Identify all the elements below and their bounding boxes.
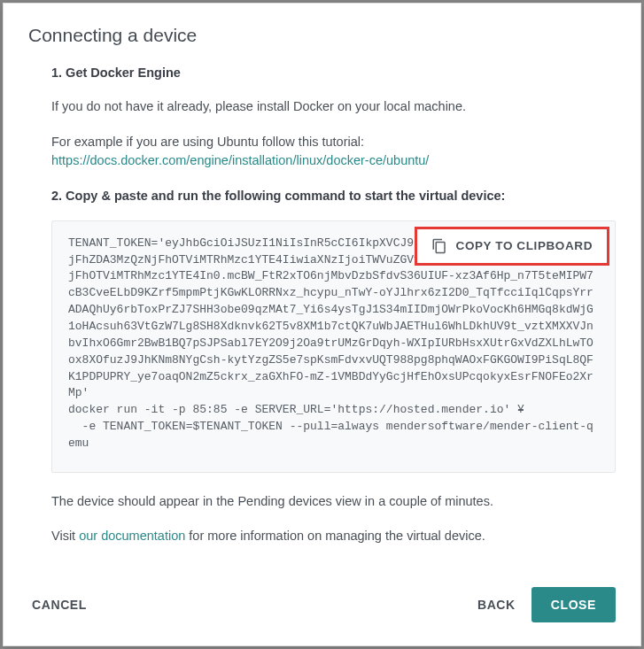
visit-pre: Visit <box>51 529 79 543</box>
cancel-button[interactable]: CANCEL <box>28 589 90 621</box>
docker-docs-link[interactable]: https://docs.docker.com/engine/installat… <box>51 153 429 167</box>
command-code-block[interactable]: TENANT_TOKEN='eyJhbGciOiJSUzI1NiIsInR5cC… <box>68 236 599 452</box>
code-container: COPY TO CLIPBOARD TENANT_TOKEN='eyJhbGci… <box>51 220 616 473</box>
copy-button-label: COPY TO CLIPBOARD <box>456 239 593 252</box>
modal-title: Connecting a device <box>28 25 616 46</box>
connecting-device-modal: Connecting a device 1. Get Docker Engine… <box>3 3 641 646</box>
back-button[interactable]: BACK <box>474 589 519 621</box>
step-1-title: 1. Get Docker Engine <box>51 64 616 83</box>
copy-to-clipboard-button[interactable]: COPY TO CLIPBOARD <box>415 227 609 266</box>
modal-body: 1. Get Docker Engine If you do not have … <box>4 64 640 569</box>
copy-icon <box>431 238 447 254</box>
pending-devices-note: The device should appear in the Pending … <box>51 492 616 512</box>
step-2-title: 2. Copy & paste and run the following co… <box>51 187 616 206</box>
visit-docs-para: Visit our documentation for more informa… <box>51 527 616 546</box>
step-1-intro: If you do not have it already, please in… <box>51 97 616 117</box>
documentation-link[interactable]: our documentation <box>79 529 185 543</box>
modal-footer: CANCEL BACK CLOSE <box>4 569 640 645</box>
footer-left: CANCEL <box>28 589 90 621</box>
step-1-example: For example if you are using Ubuntu foll… <box>51 133 616 172</box>
close-button[interactable]: CLOSE <box>531 587 616 622</box>
visit-post: for more information on managing the vir… <box>185 529 485 543</box>
modal-header: Connecting a device <box>4 4 640 64</box>
step-1-example-lead: For example if you are using Ubuntu foll… <box>51 135 364 149</box>
footer-right: BACK CLOSE <box>474 587 616 622</box>
